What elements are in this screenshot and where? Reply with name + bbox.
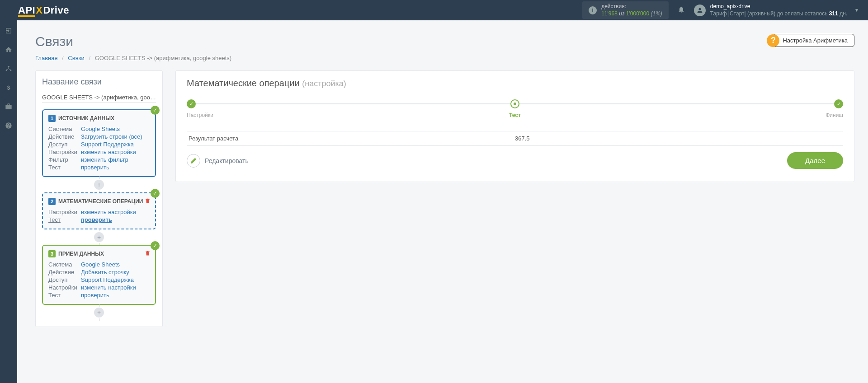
step-row-value[interactable]: изменить настройки — [81, 149, 136, 155]
step-row: Тестпроверить — [48, 292, 150, 299]
user-name: demo_apix-drive — [710, 3, 847, 10]
right-title: Математические операции (настройка) — [187, 78, 843, 89]
bell-icon[interactable] — [678, 6, 685, 15]
result-row: Результат расчета 367.5 — [187, 131, 843, 145]
step-row-key: Тест — [48, 216, 81, 223]
step-row: Настройкиизменить настройки — [48, 284, 150, 291]
step-row-value[interactable]: Google Sheets — [81, 126, 120, 132]
usage-value: 11'968 — [601, 10, 618, 17]
check-icon: ✓ — [151, 189, 160, 198]
trash-icon[interactable] — [145, 198, 151, 205]
step-row: Настройкиизменить настройки — [48, 209, 150, 215]
svg-point-0 — [8, 66, 9, 67]
step-row-value[interactable]: Support Поддержка — [81, 276, 134, 283]
result-label: Результат расчета — [189, 135, 515, 142]
usage-label: действия: — [601, 3, 626, 9]
step-row-value[interactable]: проверить — [81, 216, 112, 223]
left-panel: Название связи ✓ 1 ИСТОЧНИК ДАННЫХ Систе… — [35, 70, 163, 327]
stepper: ✓ ✓ — [187, 99, 843, 108]
check-icon: ✓ — [151, 241, 160, 250]
step-row: ДоступSupport Поддержка — [48, 141, 150, 148]
svg-point-2 — [10, 70, 11, 71]
stepper-point-settings[interactable]: ✓ — [187, 99, 196, 108]
step3-rows: СистемаGoogle SheetsДействиеДобавить стр… — [48, 261, 150, 299]
help-icon: ? — [767, 34, 779, 47]
step-card-source[interactable]: ✓ 1 ИСТОЧНИК ДАННЫХ СистемаGoogle Sheets… — [42, 109, 156, 177]
brand-logo[interactable]: APIXDrive — [18, 5, 69, 16]
connection-name-heading: Название связи — [42, 77, 156, 87]
step-row-key: Настройки — [48, 284, 81, 291]
chevron-down-icon: ▼ — [854, 8, 859, 13]
stepper-point-finish[interactable]: ✓ — [834, 99, 843, 108]
help-label: Настройка Арифметика — [773, 34, 854, 47]
breadcrumb-home[interactable]: Главная — [35, 55, 57, 61]
user-menu[interactable]: demo_apix-drive Тариф |Старт| (архивный)… — [694, 3, 859, 17]
step-row-key: Фильтр — [48, 156, 81, 163]
step-row-key: Тест — [48, 164, 81, 171]
result-table: Результат расчета 367.5 — [187, 131, 843, 146]
step-row-value[interactable]: проверить — [81, 292, 109, 299]
step-row: ДействиеДобавить строчку — [48, 269, 150, 276]
step-row-key: Действие — [48, 269, 81, 276]
step-row-value[interactable]: изменить фильтр — [81, 156, 128, 163]
step-row-value[interactable]: изменить настройки — [81, 209, 136, 215]
breadcrumb: Главная / Связи / GOOGLE SHEETS -> (ариф… — [35, 55, 854, 61]
step-row: Настройкиизменить настройки — [48, 149, 150, 155]
next-button[interactable]: Далее — [787, 152, 843, 169]
step-number: 3 — [48, 250, 56, 257]
usage-box[interactable]: i действия: 11'968 из 1'000'000 (1%) — [582, 1, 669, 19]
usage-pct: (1%) — [651, 10, 662, 17]
step-card-math[interactable]: ✓ 2 МАТЕМАТИЧЕСКИЕ ОПЕРАЦИИ Настройкиизм… — [42, 192, 156, 229]
step-row-value[interactable]: Загрузить строки (все) — [81, 133, 142, 140]
step-row: Фильтризменить фильтр — [48, 156, 150, 163]
step-row: Тестпроверить — [48, 216, 150, 223]
trash-icon[interactable] — [145, 250, 151, 257]
add-step-button[interactable]: + — [94, 180, 104, 190]
step-row-key: Настройки — [48, 149, 81, 155]
nav-billing-icon[interactable] — [0, 84, 17, 93]
step-number: 1 — [48, 115, 56, 122]
sidebar — [0, 20, 17, 341]
step-row-key: Тест — [48, 292, 81, 299]
step-row: ДоступSupport Поддержка — [48, 276, 150, 283]
connection-name-input[interactable] — [42, 92, 156, 103]
page-title: Связи — [35, 34, 854, 49]
add-step-button[interactable]: + — [94, 308, 104, 318]
add-step-button[interactable]: + — [94, 232, 104, 242]
edit-button[interactable]: Редактировать — [187, 154, 249, 168]
nav-logout-icon[interactable] — [0, 27, 17, 36]
step-row: Тестпроверить — [48, 164, 150, 171]
nav-briefcase-icon[interactable] — [0, 103, 17, 112]
step-row: ДействиеЗагрузить строки (все) — [48, 133, 150, 140]
step-row: СистемаGoogle Sheets — [48, 126, 150, 132]
stepper-label-settings: Настройки — [187, 112, 214, 118]
nav-home-icon[interactable] — [0, 46, 17, 55]
step-row: СистемаGoogle Sheets — [48, 261, 150, 268]
step-row-value[interactable]: изменить настройки — [81, 284, 136, 291]
step-title: ИСТОЧНИК ДАННЫХ — [58, 115, 114, 121]
nav-help-icon[interactable] — [0, 122, 17, 131]
step1-rows: СистемаGoogle SheetsДействиеЗагрузить ст… — [48, 126, 150, 171]
pencil-icon — [187, 154, 200, 168]
nav-connections-icon[interactable] — [0, 65, 17, 74]
breadcrumb-links[interactable]: Связи — [68, 55, 84, 61]
step-row-key: Доступ — [48, 141, 81, 148]
stepper-point-test[interactable] — [510, 99, 519, 108]
step-number: 2 — [48, 198, 56, 205]
step-title: ПРИЕМ ДАННЫХ — [58, 251, 104, 257]
help-badge[interactable]: ? Настройка Арифметика — [767, 34, 854, 47]
step-row-key: Система — [48, 126, 81, 132]
step-row-value[interactable]: проверить — [81, 164, 109, 171]
logo-drive: Drive — [43, 5, 69, 16]
logo-api: API — [18, 5, 35, 16]
step-card-destination[interactable]: ✓ 3 ПРИЕМ ДАННЫХ СистемаGoogle SheetsДей… — [42, 245, 156, 305]
step-row-value[interactable]: Support Поддержка — [81, 141, 134, 148]
step-row-value[interactable]: Добавить строчку — [81, 269, 129, 276]
step-row-value[interactable]: Google Sheets — [81, 261, 120, 268]
step-row-key: Действие — [48, 133, 81, 140]
right-panel: Математические операции (настройка) ✓ ✓ … — [175, 70, 854, 182]
info-icon: i — [589, 6, 597, 14]
result-value: 367.5 — [515, 135, 841, 142]
logo-x: X — [36, 5, 42, 16]
stepper-label-test: Тест — [214, 112, 816, 118]
